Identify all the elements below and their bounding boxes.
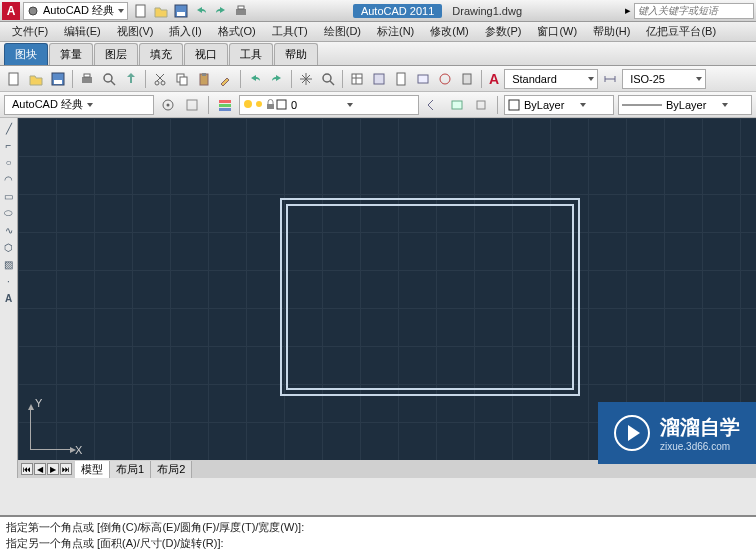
workspace-icon xyxy=(27,5,39,17)
watermark: 溜溜自学 zixue.3d66.com xyxy=(598,402,756,464)
menu-platform[interactable]: 亿把豆平台(B) xyxy=(638,22,724,41)
workspace: ╱ ⌐ ○ ◠ ▭ ⬭ ∿ ⬡ ▨ · A Y X ⏮ ◀ ▶ ⏭ 模型 布局1 xyxy=(0,118,756,478)
paste-icon[interactable] xyxy=(194,69,214,89)
qat-open-icon[interactable] xyxy=(152,2,170,20)
app-title: AutoCAD 2011 xyxy=(353,4,442,18)
menu-file[interactable]: 文件(F) xyxy=(4,22,56,41)
circle-tool-icon[interactable]: ○ xyxy=(1,154,17,170)
sheetset-icon[interactable] xyxy=(413,69,433,89)
polyline-tool-icon[interactable]: ⌐ xyxy=(1,137,17,153)
publish-icon[interactable] xyxy=(121,69,141,89)
line-sample-icon xyxy=(622,100,662,110)
print-icon[interactable] xyxy=(77,69,97,89)
dim-style-icon[interactable] xyxy=(600,69,620,89)
layer-prev-icon[interactable] xyxy=(423,95,443,115)
menu-insert[interactable]: 插入(I) xyxy=(161,22,209,41)
menu-window[interactable]: 窗口(W) xyxy=(529,22,585,41)
chevron-down-icon xyxy=(588,77,594,81)
rectangle-tool-icon[interactable]: ▭ xyxy=(1,188,17,204)
app-logo-icon[interactable]: A xyxy=(2,2,20,20)
spline-tool-icon[interactable]: ∿ xyxy=(1,222,17,238)
zoom-icon[interactable] xyxy=(318,69,338,89)
markup-icon[interactable] xyxy=(435,69,455,89)
copy-icon[interactable] xyxy=(172,69,192,89)
layer-selector[interactable]: 0 xyxy=(239,95,419,115)
svg-rect-43 xyxy=(277,100,286,109)
tab-measure[interactable]: 算量 xyxy=(49,43,93,65)
workspace-selector[interactable]: AutoCAD 经典 xyxy=(23,2,128,20)
menu-draw[interactable]: 绘图(D) xyxy=(316,22,369,41)
qat-undo-icon[interactable] xyxy=(192,2,210,20)
menu-parametric[interactable]: 参数(P) xyxy=(477,22,530,41)
calc-icon[interactable] xyxy=(457,69,477,89)
properties-icon[interactable] xyxy=(347,69,367,89)
menu-format[interactable]: 格式(O) xyxy=(210,22,264,41)
tab-tools[interactable]: 工具 xyxy=(229,43,273,65)
menu-edit[interactable]: 编辑(E) xyxy=(56,22,109,41)
linetype-selector[interactable]: ByLayer xyxy=(618,95,752,115)
ellipse-tool-icon[interactable]: ⬭ xyxy=(1,205,17,221)
qat-redo-icon[interactable] xyxy=(212,2,230,20)
menu-tools[interactable]: 工具(T) xyxy=(264,22,316,41)
drawing-canvas[interactable]: Y X ⏮ ◀ ▶ ⏭ 模型 布局1 布局2 溜溜自学 zixue.3d66.c… xyxy=(18,118,756,478)
redo-icon[interactable] xyxy=(267,69,287,89)
layout-tab-model[interactable]: 模型 xyxy=(75,461,110,478)
search-loupe-icon: ▸ xyxy=(625,4,631,17)
drawn-rectangle-inner[interactable] xyxy=(286,204,574,390)
tab-first-icon[interactable]: ⏮ xyxy=(21,463,33,475)
layer-state-icon[interactable] xyxy=(447,95,467,115)
tab-hatch[interactable]: 填充 xyxy=(139,43,183,65)
menu-view[interactable]: 视图(V) xyxy=(109,22,162,41)
tab-last-icon[interactable]: ⏭ xyxy=(60,463,72,475)
undo-icon[interactable] xyxy=(245,69,265,89)
command-line[interactable]: 指定第一个角点或 [倒角(C)/标高(E)/圆角(F)/厚度(T)/宽度(W)]… xyxy=(0,515,756,551)
menu-dimension[interactable]: 标注(N) xyxy=(369,22,422,41)
tab-prev-icon[interactable]: ◀ xyxy=(34,463,46,475)
separator xyxy=(481,70,482,88)
polygon-tool-icon[interactable]: ⬡ xyxy=(1,239,17,255)
qat-save-icon[interactable] xyxy=(172,2,190,20)
layout-tab-1[interactable]: 布局1 xyxy=(110,461,151,478)
svg-rect-18 xyxy=(180,77,187,85)
menu-help[interactable]: 帮助(H) xyxy=(585,22,638,41)
tab-help[interactable]: 帮助 xyxy=(274,43,318,65)
cut-icon[interactable] xyxy=(150,69,170,89)
new-icon[interactable] xyxy=(4,69,24,89)
pan-icon[interactable] xyxy=(296,69,316,89)
qat-new-icon[interactable] xyxy=(132,2,150,20)
tab-block[interactable]: 图块 xyxy=(4,43,48,65)
svg-line-12 xyxy=(111,81,115,85)
arc-tool-icon[interactable]: ◠ xyxy=(1,171,17,187)
open-icon[interactable] xyxy=(26,69,46,89)
workspace-save-icon[interactable] xyxy=(182,95,202,115)
dim-style-selector[interactable]: ISO-25 xyxy=(622,69,706,89)
svg-rect-3 xyxy=(177,12,185,16)
workspace-combo[interactable]: AutoCAD 经典 xyxy=(4,95,154,115)
workspace-settings-icon[interactable] xyxy=(158,95,178,115)
layer-iso-icon[interactable] xyxy=(471,95,491,115)
menu-modify[interactable]: 修改(M) xyxy=(422,22,477,41)
text-style-selector[interactable]: Standard xyxy=(504,69,598,89)
color-selector[interactable]: ByLayer xyxy=(504,95,614,115)
matchprop-icon[interactable] xyxy=(216,69,236,89)
layout-tab-2[interactable]: 布局2 xyxy=(151,461,192,478)
hatch-tool-icon[interactable]: ▨ xyxy=(1,256,17,272)
text-tool-icon[interactable]: A xyxy=(1,290,17,306)
svg-rect-27 xyxy=(397,73,405,85)
search-input[interactable] xyxy=(634,3,754,19)
designcenter-icon[interactable] xyxy=(369,69,389,89)
svg-rect-36 xyxy=(187,100,197,110)
save-icon[interactable] xyxy=(48,69,68,89)
preview-icon[interactable] xyxy=(99,69,119,89)
qat-print-icon[interactable] xyxy=(232,2,250,20)
toolpalette-icon[interactable] xyxy=(391,69,411,89)
svg-rect-30 xyxy=(463,74,471,84)
layer-manager-icon[interactable] xyxy=(215,95,235,115)
tab-layer[interactable]: 图层 xyxy=(94,43,138,65)
line-tool-icon[interactable]: ╱ xyxy=(1,120,17,136)
title-center: AutoCAD 2011 Drawing1.dwg xyxy=(250,4,625,18)
workspace-label: AutoCAD 经典 xyxy=(39,3,118,18)
point-tool-icon[interactable]: · xyxy=(1,273,17,289)
tab-viewport[interactable]: 视口 xyxy=(184,43,228,65)
tab-next-icon[interactable]: ▶ xyxy=(47,463,59,475)
